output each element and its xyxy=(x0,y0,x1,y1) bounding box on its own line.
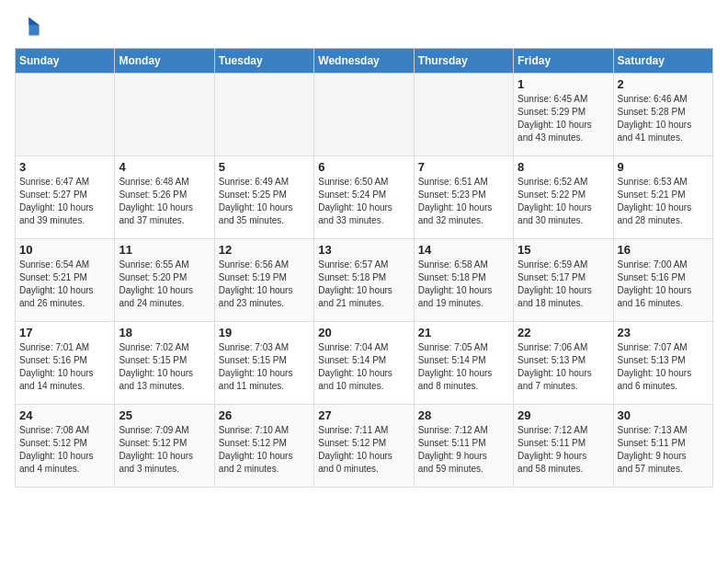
day-number: 10 xyxy=(19,243,110,257)
calendar-table: SundayMondayTuesdayWednesdayThursdayFrid… xyxy=(15,48,713,488)
calendar-header-row: SundayMondayTuesdayWednesdayThursdayFrid… xyxy=(16,49,713,74)
calendar-cell: 9Sunrise: 6:53 AM Sunset: 5:21 PM Daylig… xyxy=(613,156,712,239)
calendar-cell: 4Sunrise: 6:48 AM Sunset: 5:26 PM Daylig… xyxy=(115,156,214,239)
day-info: Sunrise: 6:55 AM Sunset: 5:20 PM Dayligh… xyxy=(119,259,210,310)
header-day-thursday: Thursday xyxy=(414,49,513,74)
calendar-cell xyxy=(414,74,513,156)
calendar-week-5: 24Sunrise: 7:08 AM Sunset: 5:12 PM Dayli… xyxy=(16,405,713,488)
header-day-monday: Monday xyxy=(115,49,214,74)
header-day-tuesday: Tuesday xyxy=(214,49,313,74)
calendar-cell: 2Sunrise: 6:46 AM Sunset: 5:28 PM Daylig… xyxy=(613,74,712,156)
day-number: 3 xyxy=(19,160,110,174)
calendar-cell: 6Sunrise: 6:50 AM Sunset: 5:24 PM Daylig… xyxy=(314,156,414,239)
calendar-cell xyxy=(115,74,214,156)
day-info: Sunrise: 7:09 AM Sunset: 5:12 PM Dayligh… xyxy=(119,424,210,476)
day-info: Sunrise: 6:58 AM Sunset: 5:18 PM Dayligh… xyxy=(418,259,509,310)
day-number: 12 xyxy=(219,243,310,257)
day-number: 16 xyxy=(618,243,709,257)
day-info: Sunrise: 6:51 AM Sunset: 5:23 PM Dayligh… xyxy=(418,176,509,227)
day-info: Sunrise: 7:07 AM Sunset: 5:13 PM Dayligh… xyxy=(618,341,709,393)
calendar-cell: 7Sunrise: 6:51 AM Sunset: 5:23 PM Daylig… xyxy=(414,156,513,239)
day-number: 8 xyxy=(518,160,609,174)
day-info: Sunrise: 7:02 AM Sunset: 5:15 PM Dayligh… xyxy=(119,341,210,393)
day-info: Sunrise: 7:12 AM Sunset: 5:11 PM Dayligh… xyxy=(518,424,609,476)
calendar-cell: 23Sunrise: 7:07 AM Sunset: 5:13 PM Dayli… xyxy=(613,322,712,405)
calendar-cell: 26Sunrise: 7:10 AM Sunset: 5:12 PM Dayli… xyxy=(214,405,313,488)
page-header xyxy=(15,15,713,40)
day-number: 4 xyxy=(119,160,210,174)
calendar-cell: 19Sunrise: 7:03 AM Sunset: 5:15 PM Dayli… xyxy=(214,322,313,405)
header-day-saturday: Saturday xyxy=(613,49,712,74)
day-info: Sunrise: 6:57 AM Sunset: 5:18 PM Dayligh… xyxy=(318,259,409,310)
header-day-sunday: Sunday xyxy=(16,49,115,74)
calendar-cell: 27Sunrise: 7:11 AM Sunset: 5:12 PM Dayli… xyxy=(314,405,414,488)
calendar-cell: 30Sunrise: 7:13 AM Sunset: 5:11 PM Dayli… xyxy=(613,405,712,488)
calendar-cell: 14Sunrise: 6:58 AM Sunset: 5:18 PM Dayli… xyxy=(414,239,513,322)
calendar-cell: 25Sunrise: 7:09 AM Sunset: 5:12 PM Dayli… xyxy=(115,405,214,488)
calendar-week-3: 10Sunrise: 6:54 AM Sunset: 5:21 PM Dayli… xyxy=(16,239,713,322)
header-day-wednesday: Wednesday xyxy=(314,49,414,74)
day-number: 23 xyxy=(618,326,709,339)
day-number: 6 xyxy=(318,160,409,174)
day-info: Sunrise: 7:00 AM Sunset: 5:16 PM Dayligh… xyxy=(618,259,709,310)
day-number: 14 xyxy=(418,243,509,257)
calendar-cell: 18Sunrise: 7:02 AM Sunset: 5:15 PM Dayli… xyxy=(115,322,214,405)
calendar-cell: 8Sunrise: 6:52 AM Sunset: 5:22 PM Daylig… xyxy=(514,156,613,239)
day-info: Sunrise: 7:04 AM Sunset: 5:14 PM Dayligh… xyxy=(318,341,409,393)
day-info: Sunrise: 7:01 AM Sunset: 5:16 PM Dayligh… xyxy=(19,341,110,393)
calendar-cell: 28Sunrise: 7:12 AM Sunset: 5:11 PM Dayli… xyxy=(414,405,513,488)
day-number: 5 xyxy=(219,160,310,174)
day-number: 9 xyxy=(618,160,709,174)
day-info: Sunrise: 6:50 AM Sunset: 5:24 PM Dayligh… xyxy=(318,176,409,227)
day-number: 20 xyxy=(318,326,409,339)
day-number: 29 xyxy=(518,408,609,422)
day-info: Sunrise: 7:11 AM Sunset: 5:12 PM Dayligh… xyxy=(318,424,409,476)
day-info: Sunrise: 7:10 AM Sunset: 5:12 PM Dayligh… xyxy=(219,424,310,476)
day-info: Sunrise: 7:08 AM Sunset: 5:12 PM Dayligh… xyxy=(19,424,110,476)
calendar-cell: 29Sunrise: 7:12 AM Sunset: 5:11 PM Dayli… xyxy=(514,405,613,488)
day-info: Sunrise: 7:05 AM Sunset: 5:14 PM Dayligh… xyxy=(418,341,509,393)
calendar-week-1: 1Sunrise: 6:45 AM Sunset: 5:29 PM Daylig… xyxy=(16,74,713,156)
calendar-cell: 10Sunrise: 6:54 AM Sunset: 5:21 PM Dayli… xyxy=(16,239,115,322)
day-number: 25 xyxy=(119,408,210,422)
day-number: 17 xyxy=(19,326,110,339)
day-number: 11 xyxy=(119,243,210,257)
day-info: Sunrise: 6:54 AM Sunset: 5:21 PM Dayligh… xyxy=(19,259,110,310)
day-number: 1 xyxy=(518,77,609,91)
calendar-cell: 13Sunrise: 6:57 AM Sunset: 5:18 PM Dayli… xyxy=(314,239,414,322)
day-info: Sunrise: 6:56 AM Sunset: 5:19 PM Dayligh… xyxy=(219,259,310,310)
day-info: Sunrise: 6:46 AM Sunset: 5:28 PM Dayligh… xyxy=(618,93,709,144)
day-info: Sunrise: 7:12 AM Sunset: 5:11 PM Dayligh… xyxy=(418,424,509,476)
day-info: Sunrise: 6:47 AM Sunset: 5:27 PM Dayligh… xyxy=(19,176,110,227)
day-info: Sunrise: 6:48 AM Sunset: 5:26 PM Dayligh… xyxy=(119,176,210,227)
calendar-cell: 1Sunrise: 6:45 AM Sunset: 5:29 PM Daylig… xyxy=(514,74,613,156)
calendar-cell xyxy=(314,74,414,156)
day-number: 2 xyxy=(618,77,709,91)
day-number: 19 xyxy=(219,326,310,339)
calendar-cell xyxy=(214,74,313,156)
calendar-cell: 17Sunrise: 7:01 AM Sunset: 5:16 PM Dayli… xyxy=(16,322,115,405)
day-info: Sunrise: 6:45 AM Sunset: 5:29 PM Dayligh… xyxy=(518,93,609,144)
day-number: 28 xyxy=(418,408,509,422)
day-info: Sunrise: 6:59 AM Sunset: 5:17 PM Dayligh… xyxy=(518,259,609,310)
calendar-week-2: 3Sunrise: 6:47 AM Sunset: 5:27 PM Daylig… xyxy=(16,156,713,239)
day-number: 30 xyxy=(618,408,709,422)
calendar-cell: 20Sunrise: 7:04 AM Sunset: 5:14 PM Dayli… xyxy=(314,322,414,405)
calendar-cell: 3Sunrise: 6:47 AM Sunset: 5:27 PM Daylig… xyxy=(16,156,115,239)
logo xyxy=(15,15,44,40)
day-number: 13 xyxy=(318,243,409,257)
day-info: Sunrise: 6:53 AM Sunset: 5:21 PM Dayligh… xyxy=(618,176,709,227)
day-number: 22 xyxy=(518,326,609,339)
day-info: Sunrise: 7:03 AM Sunset: 5:15 PM Dayligh… xyxy=(219,341,310,393)
calendar-cell: 15Sunrise: 6:59 AM Sunset: 5:17 PM Dayli… xyxy=(514,239,613,322)
calendar-cell: 11Sunrise: 6:55 AM Sunset: 5:20 PM Dayli… xyxy=(115,239,214,322)
day-number: 21 xyxy=(418,326,509,339)
day-number: 26 xyxy=(219,408,310,422)
calendar-cell: 24Sunrise: 7:08 AM Sunset: 5:12 PM Dayli… xyxy=(16,405,115,488)
day-number: 27 xyxy=(318,408,409,422)
day-number: 7 xyxy=(418,160,509,174)
day-number: 24 xyxy=(19,408,110,422)
day-number: 15 xyxy=(518,243,609,257)
calendar-cell xyxy=(16,74,115,156)
calendar-cell: 5Sunrise: 6:49 AM Sunset: 5:25 PM Daylig… xyxy=(214,156,313,239)
